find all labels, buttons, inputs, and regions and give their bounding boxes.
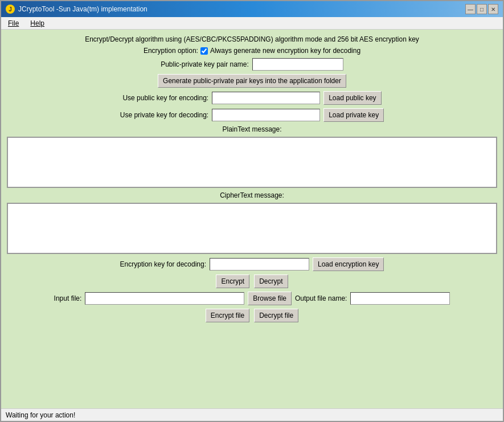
encryption-option-text: Always generate new encryption key for d… [210,47,360,55]
checkbox-wrapper: Always generate new encryption key for d… [200,47,360,55]
ciphertext-textarea[interactable] [8,204,496,253]
private-key-label: Use private key for decoding: [120,111,208,119]
private-key-input[interactable] [212,109,320,121]
file-buttons: Encrypt file Decrypt file [7,309,497,322]
load-enc-key-button[interactable]: Load encryption key [313,257,384,271]
encrypt-file-button[interactable]: Encrypt file [206,309,249,322]
generate-keys-button[interactable]: Generate public-private pair keys into t… [158,74,346,88]
menu-help[interactable]: Help [26,18,49,28]
title-bar-buttons: — □ ✕ [465,4,498,14]
menu-bar: File Help [1,17,503,30]
close-button[interactable]: ✕ [488,4,498,14]
title-bar: J JCryptoTool -Sun Java(tm) implementati… [1,1,503,17]
public-key-input[interactable] [212,92,320,104]
encrypt-button[interactable]: Encrypt [216,274,249,288]
key-pair-row: Public-private key pair name: [7,58,497,71]
menu-file[interactable]: File [3,18,23,28]
always-generate-checkbox[interactable] [200,47,208,55]
key-pair-label: Public-private key pair name: [161,60,249,68]
load-public-key-button[interactable]: Load public key [323,91,381,105]
enc-key-row: Encryption key for decoding: Load encryp… [7,257,497,271]
public-key-label: Use public key for encoding: [122,94,208,102]
status-text: Waiting for your action! [6,411,75,419]
maximize-button[interactable]: □ [477,4,487,14]
public-key-row: Use public key for encoding: Load public… [7,91,497,105]
plaintext-textarea[interactable] [8,138,496,187]
main-window: J JCryptoTool -Sun Java(tm) implementati… [0,0,504,422]
status-bar: Waiting for your action! [1,408,503,421]
main-content: Encrypt/Decrypt algorithm using (AES/CBC… [1,30,503,408]
plaintext-container [7,137,497,188]
minimize-button[interactable]: — [465,4,476,14]
output-file-label: Output file name: [295,294,347,302]
description-text: Encrypt/Decrypt algorithm using (AES/CBC… [7,35,497,43]
generate-btn-row: Generate public-private pair keys into t… [7,74,497,88]
encryption-option-row: Encryption option: Always generate new e… [7,47,497,55]
title-bar-left: J JCryptoTool -Sun Java(tm) implementati… [6,5,147,14]
enc-key-label: Encryption key for decoding: [120,260,206,268]
output-file-input[interactable] [350,292,450,305]
encryption-option-label: Encryption option: [144,47,198,55]
action-buttons: Encrypt Decrypt [7,274,497,288]
plaintext-label: PlainText message: [7,125,497,133]
ciphertext-label: CipherText message: [7,191,497,199]
private-key-row: Use private key for decoding: Load priva… [7,108,497,122]
app-icon: J [6,5,15,14]
input-file-input[interactable] [85,292,244,305]
decrypt-file-button[interactable]: Decrypt file [254,309,298,322]
load-private-key-button[interactable]: Load private key [323,108,384,122]
file-row: Input file: Browse file Output file name… [7,292,497,305]
enc-key-input[interactable] [210,258,309,271]
window-title: JCryptoTool -Sun Java(tm) implementation [18,5,147,13]
decrypt-button[interactable]: Decrypt [254,274,288,288]
input-file-label: Input file: [54,294,82,302]
ciphertext-container [7,203,497,254]
key-pair-input[interactable] [252,58,343,71]
browse-file-button[interactable]: Browse file [248,292,292,305]
